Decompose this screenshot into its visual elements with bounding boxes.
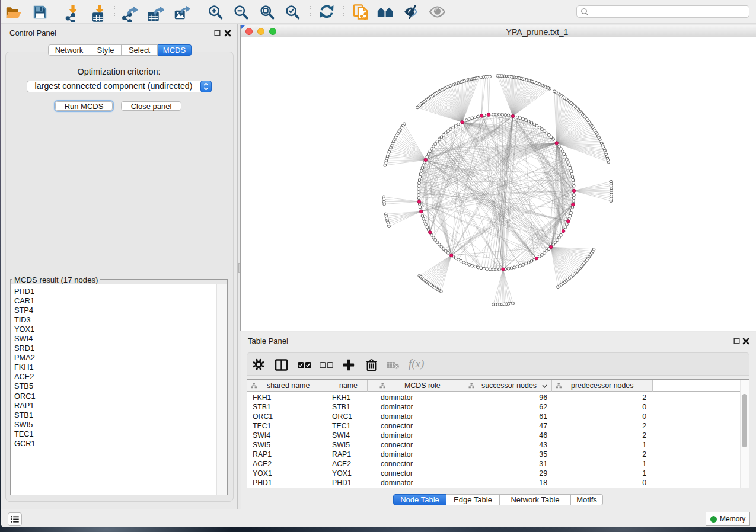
svg-text:f(x): f(x) [409,357,424,370]
